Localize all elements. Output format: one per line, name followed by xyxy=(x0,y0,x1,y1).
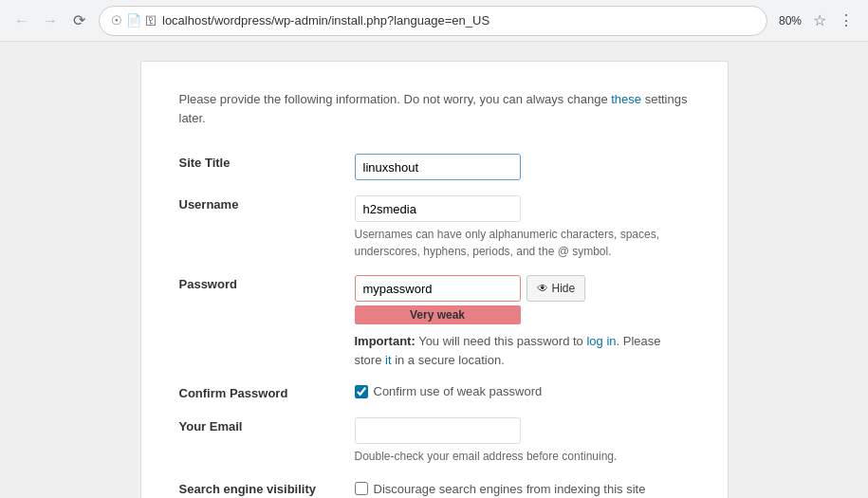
install-form-box: Please provide the following information… xyxy=(140,61,729,498)
log-in-link[interactable]: log in xyxy=(586,334,616,348)
email-label: Your Email xyxy=(179,410,355,472)
username-input[interactable] xyxy=(355,195,521,222)
site-title-input[interactable] xyxy=(355,154,521,180)
important-text: Important: You will need this password t… xyxy=(355,332,690,369)
search-engine-row: Search engine visibility Discourage sear… xyxy=(179,472,690,498)
browser-nav: ← → ⟳ xyxy=(9,9,91,33)
zoom-button[interactable]: 80% xyxy=(775,12,805,29)
page-content: Please provide the following information… xyxy=(0,42,868,498)
password-label: Password xyxy=(179,267,355,377)
password-input[interactable] xyxy=(355,275,521,302)
reload-button[interactable]: ⟳ xyxy=(66,9,91,33)
address-bar-container[interactable]: ☉ 📄 xyxy=(99,6,767,36)
page-icon: 📄 xyxy=(126,13,141,28)
password-strength-bar: Very weak xyxy=(355,305,521,324)
search-engine-cell: Discourage search engines from indexing … xyxy=(355,472,690,498)
password-row: Password 👁 Hide Very weak Important: You… xyxy=(179,267,690,377)
browser-chrome: ← → ⟳ ☉ 📄 80% ☆ ⋮ xyxy=(0,0,868,42)
key-icon xyxy=(145,14,157,28)
eye-icon: 👁 xyxy=(537,282,548,295)
username-label: Username xyxy=(179,188,355,267)
profile-area: ⋮ xyxy=(834,9,859,33)
search-engine-label: Search engine visibility xyxy=(179,472,355,498)
username-row: Username Usernames can have only alphanu… xyxy=(179,188,690,267)
confirm-weak-label[interactable]: Confirm use of weak password xyxy=(355,384,690,398)
confirm-weak-checkbox[interactable] xyxy=(355,385,368,398)
search-engine-checkbox[interactable] xyxy=(355,482,368,495)
search-engine-option-label[interactable]: Discourage search engines from indexing … xyxy=(355,480,690,498)
confirm-password-label: Confirm Password xyxy=(179,377,355,410)
email-hint: Double-check your email address before c… xyxy=(355,448,690,465)
confirm-weak-text: Confirm use of weak password xyxy=(374,384,543,398)
url-input[interactable] xyxy=(162,13,755,28)
top-notice: Please provide the following information… xyxy=(179,90,690,127)
hide-password-button[interactable]: 👁 Hide xyxy=(526,275,586,302)
search-engine-option-text: Discourage search engines from indexing … xyxy=(374,480,646,498)
username-hint: Usernames can have only alphanumeric cha… xyxy=(355,226,690,260)
username-field-cell: Usernames can have only alphanumeric cha… xyxy=(355,188,690,267)
confirm-password-cell: Confirm use of weak password xyxy=(355,377,690,410)
site-title-row: Site Title xyxy=(179,146,690,188)
back-button[interactable]: ← xyxy=(9,9,34,33)
password-field-cell: 👁 Hide Very weak Important: You will nee… xyxy=(355,267,690,377)
email-row: Your Email Double-check your email addre… xyxy=(179,410,690,472)
confirm-password-row: Confirm Password Confirm use of weak pas… xyxy=(179,377,690,410)
email-input[interactable] xyxy=(355,417,521,444)
site-title-label: Site Title xyxy=(179,146,355,188)
form-table: Site Title Username Usernames can have o… xyxy=(179,146,690,498)
bookmark-button[interactable]: ☆ xyxy=(813,11,826,29)
forward-button[interactable]: → xyxy=(38,9,63,33)
site-title-field-cell xyxy=(355,146,690,188)
these-link[interactable]: these xyxy=(611,92,641,106)
it-link[interactable]: it xyxy=(385,353,392,367)
email-field-cell: Double-check your email address before c… xyxy=(355,410,690,472)
security-icons: ☉ 📄 xyxy=(111,13,157,28)
password-input-row: 👁 Hide xyxy=(355,275,690,302)
hide-btn-label: Hide xyxy=(552,282,576,295)
shield-icon: ☉ xyxy=(111,13,122,28)
